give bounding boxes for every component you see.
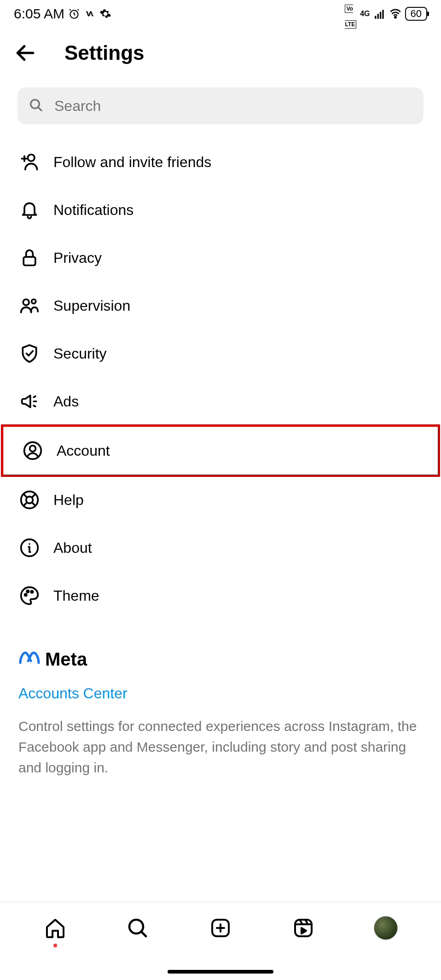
search-input[interactable]	[54, 98, 412, 115]
meta-description: Control settings for connected experienc…	[18, 716, 423, 778]
svg-rect-8	[23, 257, 35, 265]
menu-item-label: Ads	[53, 393, 79, 410]
status-bar: 6:05 AM VoLTE 4G 60	[0, 0, 441, 28]
meta-section: Meta Accounts Center Control settings fo…	[0, 629, 441, 806]
svg-rect-21	[295, 920, 312, 936]
nav-create[interactable]	[208, 915, 233, 941]
info-icon	[18, 537, 41, 559]
header: Settings	[0, 28, 441, 87]
home-notification-dot	[53, 944, 57, 947]
menu-item-label: Supervision	[53, 297, 130, 314]
vibrate-icon	[84, 8, 96, 20]
alarm-icon	[68, 8, 80, 20]
battery-level: 60	[405, 7, 427, 21]
palette-icon	[18, 585, 41, 607]
svg-point-12	[30, 446, 36, 452]
meta-brand-name: Meta	[45, 649, 87, 670]
avatar	[374, 916, 398, 940]
menu-item-label: Privacy	[53, 249, 102, 267]
person-add-icon	[18, 151, 41, 173]
person-circle-icon	[22, 440, 44, 462]
meta-brand-row: Meta	[18, 647, 423, 671]
nav-search[interactable]	[125, 915, 151, 941]
status-left: 6:05 AM	[14, 6, 111, 22]
menu-item-supervision[interactable]: Supervision	[0, 282, 441, 330]
gesture-bar	[168, 970, 273, 974]
menu-item-privacy[interactable]: Privacy	[0, 234, 441, 282]
menu-item-label: Security	[53, 345, 107, 362]
back-button[interactable]	[14, 41, 37, 64]
search-container	[0, 87, 441, 124]
menu-item-follow-invite[interactable]: Follow and invite friends	[0, 138, 441, 186]
svg-rect-4	[382, 10, 383, 19]
volte-icon: VoLTE	[345, 0, 356, 29]
menu-item-help[interactable]: Help	[0, 476, 441, 524]
menu-item-label: Follow and invite friends	[53, 154, 211, 171]
bottom-nav	[0, 902, 441, 980]
meta-logo-icon	[18, 647, 41, 671]
search-box[interactable]	[17, 87, 424, 124]
nav-reels[interactable]	[290, 915, 316, 941]
network-type: 4G	[360, 11, 370, 17]
svg-point-5	[395, 17, 396, 18]
gear-icon	[99, 8, 111, 20]
svg-point-17	[27, 591, 29, 592]
bell-icon	[18, 199, 41, 221]
menu-item-label: Account	[57, 442, 110, 459]
menu-item-label: About	[53, 539, 92, 557]
accounts-center-link[interactable]: Accounts Center	[18, 685, 423, 702]
search-icon	[29, 98, 43, 114]
svg-point-16	[25, 594, 27, 596]
lifebuoy-icon	[18, 489, 41, 511]
menu-item-label: Notifications	[53, 202, 133, 219]
svg-point-7	[28, 155, 35, 162]
shield-check-icon	[18, 342, 41, 365]
menu-item-notifications[interactable]: Notifications	[0, 186, 441, 234]
menu-item-ads[interactable]: Ads	[0, 377, 441, 425]
menu-item-security[interactable]: Security	[0, 330, 441, 377]
svg-point-18	[31, 591, 33, 593]
settings-menu: Follow and invite friends Notifications …	[0, 124, 441, 629]
nav-profile[interactable]	[373, 915, 399, 941]
svg-rect-3	[380, 12, 381, 19]
status-right: VoLTE 4G 60	[345, 0, 427, 29]
svg-point-9	[23, 299, 29, 305]
megaphone-icon	[18, 390, 41, 412]
menu-item-label: Help	[53, 492, 84, 509]
menu-item-about[interactable]: About	[0, 524, 441, 572]
wifi-icon	[389, 8, 401, 20]
menu-item-account[interactable]: Account	[1, 424, 440, 477]
svg-rect-1	[375, 16, 376, 19]
svg-rect-2	[377, 14, 378, 19]
menu-item-theme[interactable]: Theme	[0, 572, 441, 620]
svg-point-10	[32, 299, 36, 303]
lock-icon	[18, 247, 41, 269]
signal-icon	[374, 8, 386, 20]
nav-home[interactable]	[42, 915, 68, 941]
page-title: Settings	[64, 41, 145, 64]
people-icon	[18, 295, 41, 317]
menu-item-label: Theme	[53, 587, 99, 604]
status-time: 6:05 AM	[14, 6, 64, 22]
